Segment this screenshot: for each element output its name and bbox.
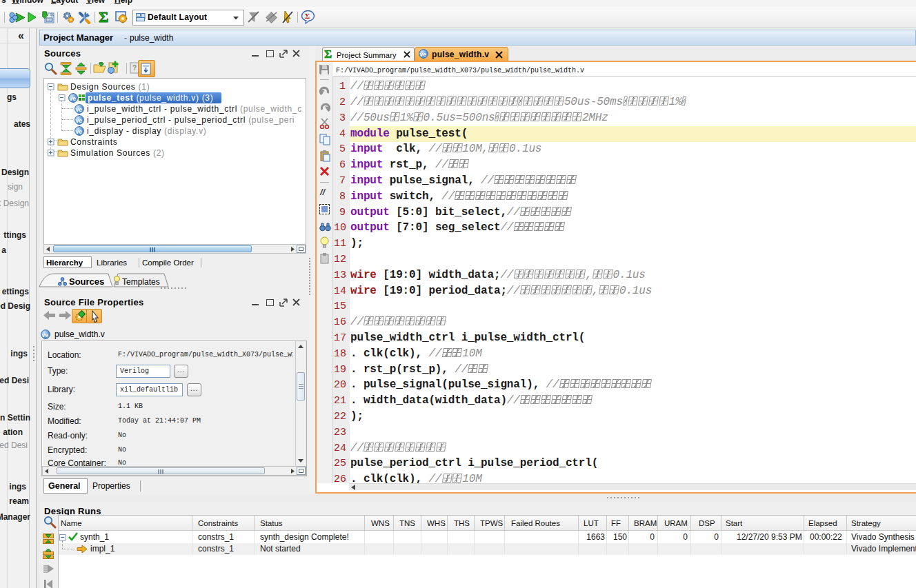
svg-text:ve: ve xyxy=(76,106,83,113)
svg-text:Σ: Σ xyxy=(305,12,310,20)
svg-text:ve: ve xyxy=(76,117,83,124)
svg-text:Σ: Σ xyxy=(324,48,332,61)
svg-text:ve: ve xyxy=(70,95,77,102)
svg-text:ve: ve xyxy=(420,51,427,58)
svg-text:ve: ve xyxy=(42,332,49,338)
svg-text:?: ? xyxy=(132,64,137,72)
svg-text:101: 101 xyxy=(47,18,53,22)
svg-text:Σ: Σ xyxy=(99,10,108,25)
svg-text:ve: ve xyxy=(76,128,83,135)
